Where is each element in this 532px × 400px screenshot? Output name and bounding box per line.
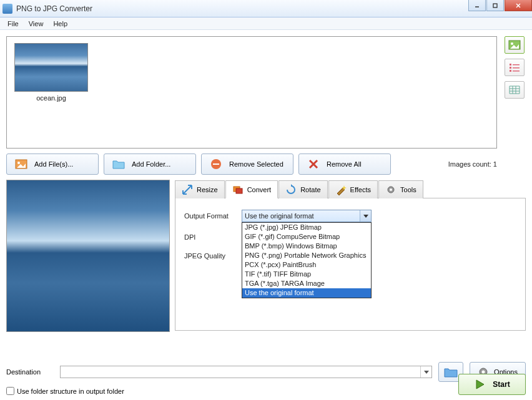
list-item[interactable]: ocean.jpg (11, 43, 92, 102)
rotate-icon (285, 184, 297, 195)
grid-icon (508, 85, 521, 95)
effects-icon (335, 184, 347, 195)
window-title: PNG to JPG Converter (16, 4, 92, 13)
tab-rotate-label: Rotate (300, 186, 320, 193)
svg-marker-34 (363, 215, 368, 218)
images-count: Images count: 1 (448, 160, 497, 168)
tab-rotate[interactable]: Rotate (278, 180, 327, 198)
svg-rect-12 (513, 71, 520, 72)
svg-rect-10 (513, 67, 520, 69)
svg-rect-8 (513, 64, 520, 66)
thumbnail-image (14, 43, 88, 92)
output-format-value: Use the original format (245, 212, 314, 220)
tab-resize[interactable]: Resize (175, 180, 225, 198)
destination-label: Destination (6, 368, 54, 376)
remove-selected-label: Remove Selected (229, 160, 283, 168)
view-toolbar (505, 36, 527, 99)
content-area: ocean.jpg Add File(s)... Add Folder... R… (0, 30, 532, 400)
convert-icon (232, 184, 244, 195)
output-format-dropdown[interactable]: JPG (*.jpg) JPEG Bitmap GIF (*.gif) Comp… (242, 222, 372, 298)
menu-view[interactable]: View (24, 19, 49, 29)
remove-icon (209, 158, 223, 170)
add-files-button[interactable]: Add File(s)... (6, 154, 99, 175)
app-icon (2, 4, 12, 14)
start-label: Start (493, 380, 510, 389)
menu-bar: File View Help (0, 17, 532, 30)
add-file-icon (14, 158, 28, 170)
format-option[interactable]: TGA (*.tga) TARGA Image (242, 279, 371, 288)
svg-rect-11 (510, 70, 511, 72)
remove-selected-button[interactable]: Remove Selected (201, 154, 293, 175)
play-icon (474, 379, 486, 390)
resize-icon (182, 184, 193, 195)
svg-marker-30 (291, 184, 293, 187)
svg-point-22 (17, 162, 20, 164)
remove-all-label: Remove All (327, 160, 362, 168)
maximize-button[interactable] (486, 0, 504, 11)
format-option[interactable]: TIF (*.tif) TIFF Bitmap (242, 270, 371, 279)
start-button[interactable]: Start (458, 374, 526, 395)
format-option[interactable]: BMP (*.bmp) Windows Bitmap (242, 241, 371, 251)
settings-area: Resize Convert Rotate Effects Tools (175, 180, 526, 332)
tab-tools-label: Tools (400, 186, 416, 193)
minimize-button[interactable] (468, 0, 486, 11)
menu-help[interactable]: Help (48, 19, 72, 29)
title-bar: PNG to JPG Converter (0, 0, 532, 17)
svg-rect-29 (236, 188, 242, 193)
chevron-down-icon (360, 210, 371, 222)
window-controls (468, 0, 532, 11)
bottom-panel: Destination Options Use folder structure… (6, 362, 526, 395)
svg-rect-9 (510, 67, 511, 69)
tabs: Resize Convert Rotate Effects Tools (175, 180, 526, 198)
svg-point-37 (482, 371, 485, 374)
view-thumbnails-button[interactable] (505, 36, 525, 54)
tab-convert-label: Convert (247, 186, 272, 193)
folder-icon (112, 158, 126, 170)
svg-marker-35 (424, 371, 429, 374)
svg-rect-25 (213, 163, 219, 165)
destination-row: Destination Options (6, 362, 526, 382)
destination-input[interactable] (60, 366, 432, 378)
thumbnail-label: ocean.jpg (11, 94, 92, 102)
use-folder-structure-row: Use folder structure in output folder (6, 387, 526, 395)
actions-row: Add File(s)... Add Folder... Remove Sele… (6, 154, 526, 175)
folder-open-icon (444, 366, 458, 378)
mid-section: Resize Convert Rotate Effects Tools (6, 180, 526, 332)
list-icon (508, 62, 521, 72)
close-button[interactable] (505, 0, 532, 11)
tab-convert[interactable]: Convert (225, 180, 278, 198)
format-option[interactable]: Use the original format (242, 288, 371, 298)
add-files-label: Add File(s)... (34, 160, 73, 168)
svg-rect-7 (510, 64, 511, 66)
add-folder-button[interactable]: Add Folder... (104, 154, 196, 175)
jpeg-quality-label: JPEG Quality (184, 252, 242, 260)
preview-image (6, 180, 170, 332)
view-grid-button[interactable] (505, 81, 525, 99)
output-format-select[interactable]: Use the original format (242, 210, 372, 222)
gear-icon (385, 184, 397, 195)
use-folder-structure-label: Use folder structure in output folder (17, 388, 124, 395)
format-option[interactable]: PNG (*.png) Portable Network Graphics (242, 251, 371, 260)
menu-file[interactable]: File (2, 19, 24, 29)
tab-effects-label: Effects (350, 186, 371, 193)
remove-all-icon (307, 158, 320, 170)
view-list-button[interactable] (505, 59, 525, 76)
image-icon (508, 40, 521, 50)
file-list[interactable]: ocean.jpg (6, 36, 497, 149)
tab-effects[interactable]: Effects (328, 180, 378, 198)
svg-rect-1 (493, 4, 497, 7)
format-option[interactable]: GIF (*.gif) CompuServe Bitmap (242, 232, 371, 241)
add-folder-label: Add Folder... (132, 160, 170, 168)
tab-body-convert: Output Format Use the original format DP… (175, 198, 526, 331)
output-format-label: Output Format (184, 212, 242, 220)
svg-point-5 (511, 42, 513, 45)
chevron-down-icon[interactable] (420, 366, 431, 378)
format-option[interactable]: JPG (*.jpg) JPEG Bitmap (242, 223, 371, 232)
tab-tools[interactable]: Tools (378, 180, 423, 198)
svg-point-33 (390, 188, 392, 191)
tab-resize-label: Resize (197, 186, 218, 193)
remove-all-button[interactable]: Remove All (298, 154, 391, 175)
format-option[interactable]: PCX (*.pcx) PaintBrush (242, 260, 371, 270)
dpi-label: DPI (184, 233, 242, 241)
use-folder-structure-checkbox[interactable] (6, 387, 14, 395)
